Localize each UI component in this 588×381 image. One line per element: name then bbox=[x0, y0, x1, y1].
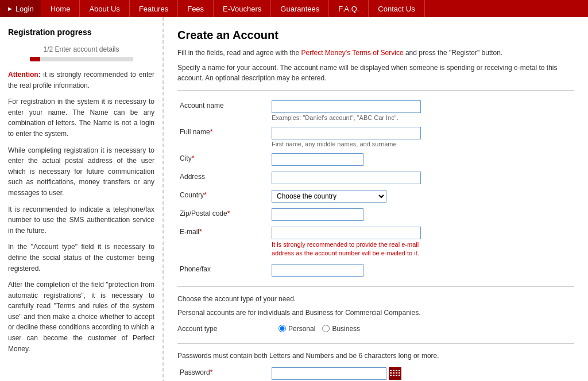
country-select[interactable]: Choose the country bbox=[272, 190, 386, 203]
sidebar-para3: It is recommended to indicate a telephon… bbox=[8, 204, 154, 236]
business-label: Business bbox=[332, 325, 360, 333]
personal-radio-label[interactable]: Personal bbox=[278, 325, 315, 333]
zip-row: Zip/Postal code* bbox=[177, 205, 574, 224]
terms-link[interactable]: Perfect Money's Terms of Service bbox=[301, 49, 403, 57]
nav-guarantees[interactable]: Guarantees bbox=[271, 0, 329, 17]
address-cell bbox=[269, 169, 574, 187]
intro-text-2: Specify a name for your account. The acc… bbox=[177, 63, 574, 83]
city-required: * bbox=[192, 154, 195, 162]
keyboard-icon[interactable] bbox=[389, 367, 401, 380]
nav-fees[interactable]: Fees bbox=[178, 0, 214, 17]
phone-input[interactable] bbox=[272, 264, 363, 277]
email-cell: It is strongly recommended to provide th… bbox=[269, 224, 574, 261]
city-label-cell: City* bbox=[177, 150, 269, 169]
login-link[interactable]: ► Login bbox=[0, 0, 41, 17]
phone-row: Phone/fax bbox=[177, 261, 574, 279]
personal-radio[interactable] bbox=[278, 325, 286, 332]
password-cell bbox=[269, 364, 574, 381]
divider-2 bbox=[177, 286, 574, 287]
account-name-input[interactable] bbox=[272, 100, 421, 113]
nav-faq[interactable]: F.A.Q. bbox=[329, 0, 369, 17]
keyboard-icon-inner bbox=[390, 370, 401, 376]
progress-bar-container bbox=[30, 57, 133, 61]
login-label: Login bbox=[16, 5, 34, 13]
top-nav: ► Login Home About Us Features Fees E-Vo… bbox=[0, 0, 588, 17]
address-input[interactable] bbox=[272, 172, 421, 184]
password-label: Password bbox=[180, 368, 210, 376]
full-name-cell: First name, any middle names, and surnam… bbox=[269, 124, 574, 150]
zip-input[interactable] bbox=[272, 208, 363, 221]
main-layout: Registration progress 1/2 Enter account … bbox=[0, 17, 588, 381]
progress-step: 1/2 Enter account details bbox=[8, 44, 154, 55]
city-cell bbox=[269, 150, 574, 169]
progress-section: 1/2 Enter account details bbox=[8, 44, 154, 61]
business-radio[interactable] bbox=[322, 325, 330, 332]
progress-bar-fill bbox=[30, 57, 40, 61]
phone-cell bbox=[269, 261, 574, 279]
country-row: Country* Choose the country bbox=[177, 187, 574, 205]
sidebar: Registration progress 1/2 Enter account … bbox=[0, 17, 164, 381]
sidebar-para1: For registration in the system it is nec… bbox=[8, 96, 154, 139]
main-content: Create an Account Fill in the fields, re… bbox=[164, 17, 588, 381]
city-row: City* bbox=[177, 150, 574, 169]
account-type-label: Account type bbox=[177, 325, 269, 333]
account-type-section2: Personal accounts are for individuals an… bbox=[177, 308, 574, 318]
business-radio-label[interactable]: Business bbox=[322, 325, 360, 333]
account-type-radio-group: Personal Business bbox=[278, 325, 360, 333]
nav-contact[interactable]: Contact Us bbox=[369, 0, 424, 17]
password-table: Password* bbox=[177, 364, 574, 381]
email-warning: It is strongly recommended to provide th… bbox=[272, 240, 421, 258]
divider-3 bbox=[177, 343, 574, 344]
email-label: E-mail bbox=[180, 228, 199, 236]
city-input[interactable] bbox=[272, 153, 363, 166]
full-name-row: Full name* First name, any middle names,… bbox=[177, 124, 574, 150]
password-label-cell: Password* bbox=[177, 364, 269, 381]
address-row: Address bbox=[177, 169, 574, 187]
full-name-label: Full name bbox=[180, 128, 210, 136]
account-name-cell: Examples: "Daniel's account", "ABC Car I… bbox=[269, 98, 574, 124]
zip-label-cell: Zip/Postal code* bbox=[177, 205, 269, 224]
form-table: Account name Examples: "Daniel's account… bbox=[177, 98, 574, 279]
password-required: * bbox=[210, 368, 213, 376]
zip-label: Zip/Postal code bbox=[180, 209, 227, 217]
email-label-cell: E-mail* bbox=[177, 224, 269, 261]
password-row: Password* bbox=[177, 364, 574, 381]
password-input[interactable] bbox=[272, 367, 386, 380]
password-section: Passwords must contain both Letters and … bbox=[177, 351, 574, 361]
account-name-row: Account name Examples: "Daniel's account… bbox=[177, 98, 574, 124]
account-type-row: Account type Personal Business bbox=[177, 321, 574, 336]
country-required: * bbox=[204, 191, 207, 199]
sidebar-para2: While completing registration it is nece… bbox=[8, 145, 154, 199]
sidebar-para4: In the "Account type" field it is necess… bbox=[8, 242, 154, 274]
email-row: E-mail* It is strongly recommended to pr… bbox=[177, 224, 574, 261]
account-name-label: Account name bbox=[177, 98, 269, 124]
account-name-hint: Examples: "Daniel's account", "ABC Car I… bbox=[272, 114, 572, 121]
country-label: Country bbox=[180, 191, 204, 199]
password-input-row bbox=[272, 367, 572, 380]
full-name-required: * bbox=[210, 128, 213, 136]
personal-label: Personal bbox=[288, 325, 315, 333]
account-type-section1: Choose the account type of your need. bbox=[177, 294, 574, 304]
login-arrow-icon: ► bbox=[7, 5, 13, 12]
nav-home[interactable]: Home bbox=[41, 0, 80, 17]
zip-cell bbox=[269, 205, 574, 224]
sidebar-attention: Attention: it is strongly recommended to… bbox=[8, 69, 154, 91]
page-title: Create an Account bbox=[177, 29, 574, 42]
divider-1 bbox=[177, 90, 574, 91]
sidebar-title: Registration progress bbox=[8, 26, 154, 38]
nav-evouchers[interactable]: E-Vouchers bbox=[214, 0, 271, 17]
sidebar-para5: After the completion of the field "prote… bbox=[8, 279, 154, 354]
phone-label: Phone/fax bbox=[177, 261, 269, 279]
country-label-cell: Country* bbox=[177, 187, 269, 205]
full-name-input[interactable] bbox=[272, 127, 421, 139]
attention-label: Attention: bbox=[8, 71, 41, 79]
city-label: City bbox=[180, 154, 192, 162]
intro-text-1: Fill in the fields, read and agree with … bbox=[177, 48, 574, 58]
full-name-hint: First name, any middle names, and surnam… bbox=[272, 141, 572, 147]
nav-about[interactable]: About Us bbox=[80, 0, 129, 17]
zip-required: * bbox=[227, 209, 230, 217]
country-cell: Choose the country bbox=[269, 187, 574, 205]
nav-items: Home About Us Features Fees E-Vouchers G… bbox=[41, 0, 588, 17]
nav-features[interactable]: Features bbox=[130, 0, 178, 17]
email-input[interactable] bbox=[272, 227, 421, 239]
